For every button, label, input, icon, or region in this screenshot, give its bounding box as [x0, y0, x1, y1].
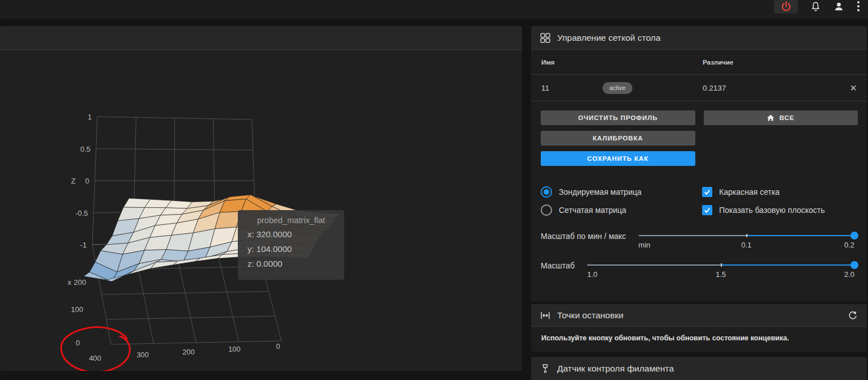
svg-text:-0.5: -0.5 [75, 209, 88, 217]
endstops-card: Точки остановки Используйте кнопку обнов… [531, 304, 867, 352]
checkbox-flat-plane[interactable]: Показать базовую плоскость [702, 201, 858, 219]
filament-sensor-card: Датчик контроля филамента [531, 357, 867, 380]
display-options: Зондируемая матрица Сетчатая матрица Кар… [531, 172, 867, 219]
radio-selected-icon [541, 186, 552, 198]
checkbox-wireframe[interactable]: Каркасная сетка [702, 183, 858, 201]
refresh-icon [848, 310, 858, 321]
tooltip-x-value: x: 320.0000 [247, 227, 335, 242]
bell-icon [810, 1, 821, 12]
tooltip-z-value: z: 0.0000 [247, 257, 335, 271]
grid-icon [540, 33, 550, 43]
scale-slider-row: Масштаб 1.0 1.5 2.0 [541, 261, 854, 279]
slider-tick [746, 234, 747, 237]
slider-tick-label: 2.0 [844, 270, 854, 279]
slider-label: Масштаб [541, 261, 575, 270]
card-title: Точки остановки [557, 310, 623, 321]
overflow-menu-button[interactable] [857, 1, 860, 12]
bed-mesh-control-card: Управление сеткой стола Имя Различие 11 … [531, 26, 867, 302]
delete-profile-button[interactable]: × [850, 82, 857, 93]
scale-minmax-slider-row: Масштаб по мин / макс min 0.1 0.2 [541, 232, 854, 250]
svg-text:100: 100 [228, 345, 241, 353]
profile-name: 11 [541, 84, 602, 92]
refresh-endstops-button[interactable] [848, 310, 858, 321]
account-button[interactable] [833, 1, 844, 12]
home-all-button[interactable]: ВСЕ [704, 110, 858, 125]
bed-mesh-plot-toolbar [0, 26, 522, 50]
kebab-menu-icon [857, 1, 860, 12]
filament-sensor-icon [540, 364, 550, 374]
clear-profile-button[interactable]: ОЧИСТИТЬ ПРОФИЛЬ [541, 110, 695, 125]
tooltip-y-value: y: 104.0000 [247, 242, 335, 257]
endstops-header: Точки остановки [531, 304, 867, 327]
scale-minmax-slider[interactable]: min 0.1 0.2 [639, 232, 854, 250]
profiles-table-header: Имя Различие [531, 50, 867, 75]
account-icon [833, 1, 844, 12]
slider-tick-label: 1.5 [716, 270, 726, 279]
svg-text:300: 300 [136, 351, 149, 359]
bed-mesh-control-header: Управление сеткой стола [531, 26, 867, 50]
column-name: Имя [541, 59, 703, 66]
slider-label: Масштаб по мин / макс [541, 232, 626, 241]
profile-variance: 0.2137 [703, 84, 726, 92]
svg-text:200: 200 [182, 348, 195, 356]
checkbox-checked-icon [702, 187, 712, 197]
slider-tick-label: 0.1 [741, 241, 751, 249]
topbar [0, 0, 868, 19]
actions-area: ОЧИСТИТЬ ПРОФИЛЬ ВСЕ КАЛИБРОВКА СОХРАНИТ… [531, 101, 867, 166]
checkbox-checked-icon [702, 205, 712, 215]
active-badge: active [602, 82, 632, 94]
slider-tick [721, 263, 722, 267]
card-title: Датчик контроля филамента [557, 364, 674, 374]
card-title: Управление сеткой стола [557, 33, 661, 43]
slider-tick-label: min [639, 241, 651, 249]
svg-text:x: x [68, 278, 72, 287]
notifications-button[interactable] [810, 1, 821, 12]
svg-text:100: 100 [71, 305, 83, 314]
save-as-button[interactable]: СОХРАНИТЬ КАК [541, 151, 695, 166]
plot-tooltip: probed_matrix_flat x: 320.0000 y: 104.00… [238, 210, 344, 280]
svg-text:-1: -1 [80, 241, 87, 249]
column-variance: Различие [703, 59, 733, 66]
radio-unselected-icon [541, 204, 552, 216]
svg-text:0: 0 [276, 342, 280, 351]
endstop-icon [540, 310, 550, 321]
calibrate-button[interactable]: КАЛИБРОВКА [541, 131, 695, 146]
slider-track[interactable] [587, 264, 854, 266]
radio-probed-matrix[interactable]: Зондируемая матрица [541, 183, 702, 201]
svg-text:1: 1 [88, 113, 92, 121]
radio-mesh-matrix[interactable]: Сетчатая матрица [541, 201, 702, 219]
profile-row[interactable]: 11 active 0.2137 × [531, 75, 867, 101]
filament-sensor-header: Датчик контроля филамента [531, 357, 867, 380]
power-icon [781, 1, 792, 12]
svg-text:0: 0 [76, 339, 80, 347]
svg-text:0.5: 0.5 [80, 145, 91, 153]
scale-slider[interactable]: 1.0 1.5 2.0 [587, 261, 854, 279]
svg-text:Z: Z [71, 177, 76, 185]
topbar-icons [774, 0, 860, 14]
bed-mesh-3d-plot[interactable]: 10.50-0.5-1Z2001000x4003002001000 [0, 26, 522, 371]
endstops-message: Используйте кнопку обновить, чтобы обнов… [531, 327, 867, 349]
bed-mesh-plot-card: 10.50-0.5-1Z2001000x4003002001000 probed… [0, 26, 522, 371]
slider-thumb[interactable] [850, 261, 858, 269]
scale-sliders: Масштаб по мин / макс min 0.1 0.2 Масшта… [531, 219, 867, 279]
svg-text:200: 200 [74, 278, 86, 287]
emergency-stop-button[interactable] [774, 0, 798, 14]
slider-track[interactable] [639, 235, 854, 236]
svg-text:400: 400 [89, 354, 101, 362]
slider-tick-label: 0.2 [844, 241, 854, 249]
svg-text:0: 0 [85, 177, 89, 185]
home-icon [767, 114, 775, 122]
slider-tick-label: 1.0 [587, 270, 597, 279]
tooltip-profile-name: probed_matrix_flat [247, 216, 335, 225]
slider-thumb[interactable] [850, 232, 858, 240]
